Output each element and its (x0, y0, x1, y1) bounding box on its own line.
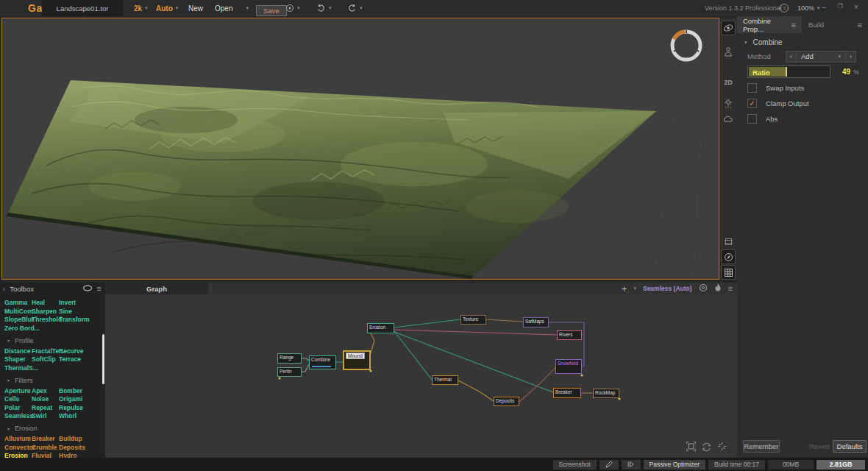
screenshot-button[interactable]: Screenshot (553, 460, 597, 470)
viewport-3d[interactable] (1, 18, 719, 280)
undo-button[interactable]: ▾ (316, 0, 332, 16)
toolbox-item[interactable]: Polar (4, 404, 32, 411)
view-2d-toggle[interactable]: 2D (721, 75, 736, 90)
graph-node-snowfield[interactable]: Snowfield (555, 359, 582, 374)
toolbox-item[interactable]: SoftClip (32, 355, 59, 363)
toolbox-item[interactable]: Zero Bord... (4, 325, 32, 332)
passive-optimizer-button[interactable]: Passive Optimizer (644, 460, 706, 470)
toolbox-item[interactable]: Convector (4, 444, 32, 451)
menu-icon[interactable]: ≡ (858, 21, 862, 29)
rebuild-icon[interactable] (699, 283, 708, 294)
graph-node-erosion[interactable]: Erosion (367, 323, 394, 333)
toolbox-item[interactable]: MultiCom... (4, 308, 32, 315)
flame-icon[interactable] (714, 283, 722, 294)
toolbox-section-erosion[interactable]: ▾Erosion (7, 425, 105, 432)
toolbox-item[interactable]: Recurve (59, 347, 105, 355)
graph-node-breaker[interactable]: Breaker (553, 388, 581, 398)
save-button[interactable]: Save (256, 2, 287, 18)
compass-toggle-button[interactable] (721, 249, 736, 264)
toolbox-item[interactable]: Fluvial (32, 452, 59, 458)
seamless-mode-label[interactable]: Seamless (Auto) (643, 285, 692, 292)
section-header-combine[interactable]: ▾ Combine (744, 38, 783, 46)
method-next-button[interactable]: › (845, 51, 856, 63)
toolbox-item[interactable]: Aperture (4, 387, 32, 394)
checkbox-checked-icon[interactable]: ✓ (747, 99, 757, 108)
graph-node-satmaps[interactable]: SatMaps (523, 317, 549, 327)
collapse-panel-icon[interactable]: ‹ (3, 285, 5, 293)
defaults-button[interactable]: Defaults (833, 440, 867, 453)
toolbox-item[interactable]: Terrace (59, 355, 105, 363)
toolbox-item[interactable]: Repeat (32, 404, 59, 411)
method-prev-button[interactable]: ‹ (786, 51, 797, 63)
camera-view-button[interactable] (721, 44, 736, 59)
build-mode-dropdown[interactable]: Auto▾ (156, 0, 178, 16)
ratio-slider-cursor[interactable] (786, 67, 787, 77)
checkbox-swap-inputs[interactable]: Swap Inputs (747, 82, 804, 93)
restore-button[interactable]: ❐ (836, 3, 844, 10)
graph-menu-icon[interactable]: ≡ (728, 285, 733, 292)
menu-icon[interactable]: ≡ (791, 21, 796, 29)
minimize-button[interactable]: – (819, 3, 828, 11)
graph-node-rockmap[interactable]: RockMap (593, 389, 619, 398)
fast-preview-button[interactable] (622, 460, 641, 470)
open-button[interactable]: Open ▾ (215, 0, 249, 16)
toolbox-item[interactable]: Cells (4, 395, 32, 403)
refresh-layout-icon[interactable] (702, 441, 711, 454)
toolbox-item[interactable]: Breaker (32, 435, 59, 442)
ratio-value[interactable]: 49 (842, 68, 850, 76)
toolbox-section-profile[interactable]: ▾Profile (7, 337, 105, 344)
toolbox-section-filters[interactable]: ▾Filters (7, 377, 105, 384)
toolbox-item[interactable]: Whorl (59, 412, 105, 419)
tab-build[interactable]: Build ≡ (803, 16, 868, 33)
redo-button[interactable]: ▾ (347, 0, 363, 16)
toolbox-item[interactable]: Distance (4, 347, 32, 355)
new-button[interactable]: New (184, 0, 207, 16)
ui-zoom-dropdown[interactable]: 100%▾ (797, 0, 820, 16)
toolbox-item[interactable]: Deposits (59, 444, 105, 451)
tab-combine-properties[interactable]: Combine Prop... ≡ (737, 16, 802, 33)
close-button[interactable]: × (852, 3, 861, 11)
toolbox-item[interactable]: Transform (59, 316, 105, 323)
checkbox-unchecked-icon[interactable] (747, 114, 757, 124)
checkbox-unchecked-icon[interactable] (747, 83, 757, 93)
graph-node-rivers[interactable]: Rivers (557, 330, 582, 340)
orbit-view-button[interactable] (721, 21, 736, 35)
toolbox-item[interactable]: Threshold (32, 316, 59, 323)
revert-button[interactable]: Revert (806, 440, 833, 453)
toolbox-item[interactable]: Swirl (32, 412, 59, 419)
node-graph-canvas[interactable]: RangePerlinCombineMoundErosionTextureSat… (105, 294, 737, 458)
toolbox-item[interactable]: Noise (32, 395, 59, 403)
toolbox-item[interactable]: SlopeBlur (4, 316, 32, 323)
toolbox-item[interactable]: Origami (59, 395, 105, 403)
focus-selected-icon[interactable] (717, 441, 727, 454)
graph-node-combine[interactable]: Combine (309, 355, 336, 369)
fit-graph-icon[interactable] (686, 441, 696, 454)
grid-toggle-button[interactable] (721, 265, 736, 280)
add-node-button[interactable]: + (622, 283, 627, 294)
resolution-dropdown[interactable]: 2k▾ (134, 0, 148, 16)
toolbox-item[interactable]: ThermalS... (4, 364, 32, 372)
graph-node-perlin[interactable]: Perlin (277, 367, 302, 377)
build-button[interactable]: ▾ (285, 0, 300, 16)
checkbox-abs[interactable]: Abs (747, 113, 778, 124)
graph-node-deposits[interactable]: Deposits (494, 397, 519, 406)
method-dropdown[interactable]: Add ▾ (797, 51, 845, 63)
graph-node-range[interactable]: Range (277, 353, 302, 364)
toolbox-item[interactable]: Shaper (4, 355, 32, 363)
document-tab[interactable]: Landscape01.tor (42, 0, 123, 16)
toolbox-item[interactable]: Sharpen (32, 308, 59, 315)
toolbox-menu-icon[interactable]: ≡ (97, 285, 102, 292)
help-button[interactable]: ? (780, 0, 789, 16)
lighting-button[interactable] (721, 96, 736, 110)
toolbox-item[interactable]: FractalTe... (32, 347, 59, 355)
toolbox-item[interactable]: Bomber (59, 387, 105, 394)
toolbox-item[interactable]: Sine (59, 308, 105, 315)
graph-node-thermal[interactable]: Thermal (432, 375, 458, 385)
toolbox-item[interactable]: Apex (32, 387, 59, 394)
frame-region-button[interactable] (721, 234, 736, 249)
toolbox-item[interactable]: Repulse (59, 404, 105, 411)
graph-node-mound[interactable]: Mound (343, 350, 371, 370)
node-ratio-slider[interactable] (312, 366, 331, 367)
toolbox-item[interactable]: Heal (32, 299, 59, 306)
chevron-down-icon[interactable]: ▾ (633, 286, 636, 291)
